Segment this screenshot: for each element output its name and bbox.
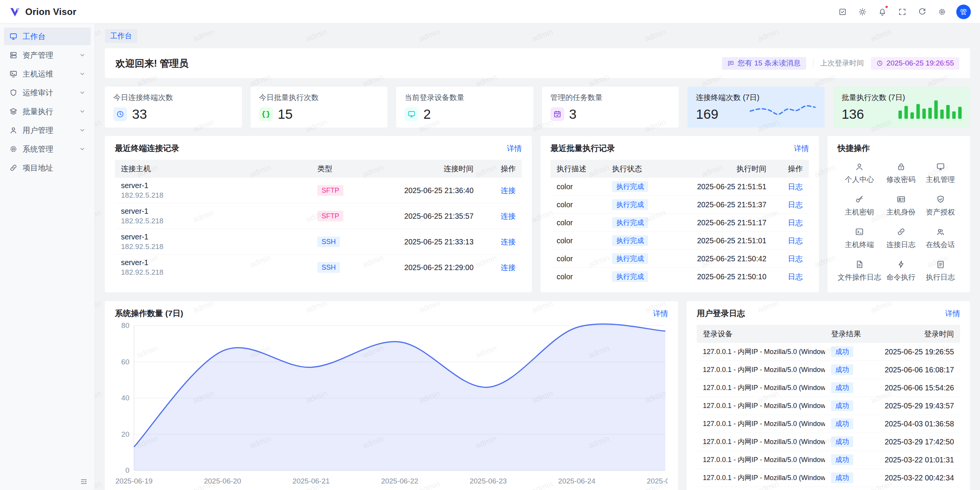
password-lock-icon bbox=[897, 162, 906, 171]
connect-link[interactable]: 连接 bbox=[501, 186, 516, 195]
quick-action-file-log[interactable]: 文件操作日志 bbox=[838, 260, 881, 282]
login-log-table: 登录设备 登录结果 登录时间 127.0.0.1 - 内网IP - Mozill… bbox=[697, 325, 960, 490]
svg-text:2025-06-22: 2025-06-22 bbox=[381, 477, 418, 485]
status-badge: 执行完成 bbox=[612, 181, 648, 192]
log-link[interactable]: 日志 bbox=[788, 272, 803, 281]
table-row: color 执行完成 2025-06-25 21:51:37 日志 bbox=[550, 196, 809, 214]
sidebar-item-project-link[interactable]: 项目地址 bbox=[4, 159, 91, 177]
batch-detail-link[interactable]: 详情 bbox=[794, 143, 809, 154]
stat-card-terminal-today: 今日连接终端次数 33 bbox=[105, 87, 242, 128]
quick-actions-title: 快捷操作 bbox=[838, 143, 870, 154]
sidebar-item-label: 工作台 bbox=[23, 31, 46, 42]
header-actions: 管 bbox=[835, 4, 971, 20]
table-row: color 执行完成 2025-06-25 21:51:17 日志 bbox=[550, 214, 809, 232]
breadcrumb-item-workbench[interactable]: 工作台 bbox=[105, 29, 137, 43]
page-title: 欢迎回来! 管理员 bbox=[116, 57, 188, 70]
quick-action-online-session[interactable]: 在线会话 bbox=[921, 227, 960, 250]
sidebar: 工作台 资产管理 主机运维 运维审计 批量执行 用户管理 系统管理 项目地址 bbox=[0, 24, 95, 490]
log-link[interactable]: 日志 bbox=[788, 182, 803, 191]
batch-card: 最近批量执行记录 详情 执行描述 执行状态 执行时间 操作 color 执行完成… bbox=[541, 136, 819, 292]
table-row: color 执行完成 2025-06-25 21:50:10 日志 bbox=[550, 268, 809, 286]
main-content: 工作台 欢迎回来! 管理员 您有 15 条未读消息 上次登录时间 2025-06… bbox=[95, 24, 980, 490]
log-link[interactable]: 日志 bbox=[788, 236, 803, 245]
quick-action-change-password[interactable]: 修改密码 bbox=[881, 162, 921, 185]
chevron-down-icon bbox=[79, 108, 85, 115]
quick-action-personal-center[interactable]: 个人中心 bbox=[838, 162, 881, 185]
app-title: Orion Visor bbox=[25, 7, 77, 17]
quick-action-host-identity[interactable]: 主机身份 bbox=[881, 195, 921, 217]
table-row: 127.0.0.1 - 内网IP - Mozilla/5.0 (Windows … bbox=[697, 469, 960, 487]
batch-7d-sparkline bbox=[898, 99, 962, 119]
ops-detail-link[interactable]: 详情 bbox=[653, 308, 668, 319]
sidebar-item-host-ops[interactable]: 主机运维 bbox=[4, 65, 91, 83]
quick-action-host-terminal[interactable]: 主机终端 bbox=[838, 227, 881, 250]
sidebar-item-label: 资产管理 bbox=[23, 50, 53, 61]
quick-action-command-exec[interactable]: 命令执行 bbox=[881, 260, 921, 282]
table-row: 127.0.0.1 - 内网IP - Mozilla/5.0 (Windows … bbox=[697, 343, 960, 361]
sidebar-collapse-icon[interactable] bbox=[80, 478, 88, 485]
sidebar-item-users[interactable]: 用户管理 bbox=[4, 121, 91, 139]
sidebar-item-audit[interactable]: 运维审计 bbox=[4, 84, 91, 102]
file-log-icon bbox=[855, 260, 864, 269]
sidebar-item-label: 系统管理 bbox=[23, 144, 53, 154]
divider bbox=[813, 59, 813, 68]
unread-messages-badge[interactable]: 您有 15 条未读消息 bbox=[722, 57, 806, 70]
log-link[interactable]: 日志 bbox=[788, 254, 803, 263]
svg-text:2025-06-23: 2025-06-23 bbox=[470, 477, 507, 485]
asset-grant-icon bbox=[936, 195, 945, 204]
theme-sun-icon[interactable] bbox=[854, 4, 871, 20]
sidebar-item-label: 批量执行 bbox=[23, 107, 53, 117]
audit-shield-icon bbox=[9, 88, 18, 97]
user-icon bbox=[855, 162, 864, 171]
notifications-bell-icon[interactable] bbox=[874, 4, 890, 20]
assets-icon bbox=[9, 51, 18, 59]
sidebar-item-workbench[interactable]: 工作台 bbox=[4, 28, 91, 45]
ops-area-chart: 0204060802025-06-192025-06-202025-06-212… bbox=[115, 321, 668, 490]
batch-table: 执行描述 执行状态 执行时间 操作 color 执行完成 2025-06-25 … bbox=[550, 160, 809, 285]
sidebar-footer bbox=[4, 473, 91, 490]
notification-dot bbox=[885, 5, 889, 9]
type-badge: SFTP bbox=[317, 185, 343, 196]
connections-detail-link[interactable]: 详情 bbox=[507, 143, 522, 154]
tasks-icon[interactable] bbox=[835, 4, 851, 20]
bottom-row: 系统操作数量 (7日) 详情 0204060802025-06-192025-0… bbox=[105, 301, 970, 490]
user-avatar[interactable]: 管 bbox=[956, 5, 971, 19]
connect-link[interactable]: 连接 bbox=[501, 212, 516, 220]
welcome-meta: 您有 15 条未读消息 上次登录时间 2025-06-25 19:26:55 bbox=[722, 57, 959, 70]
status-badge: 执行完成 bbox=[612, 253, 648, 264]
quick-action-host-manage[interactable]: 主机管理 bbox=[921, 162, 960, 185]
stat-card-devices: 当前登录设备数量 2 bbox=[396, 87, 533, 128]
sidebar-item-system[interactable]: 系统管理 bbox=[4, 140, 91, 158]
result-badge: 成功 bbox=[831, 346, 853, 357]
quick-action-host-key[interactable]: 主机密钥 bbox=[838, 195, 881, 217]
last-login-time-badge: 2025-06-25 19:26:55 bbox=[871, 57, 959, 70]
sidebar-item-assets[interactable]: 资产管理 bbox=[4, 46, 91, 64]
refresh-icon[interactable] bbox=[914, 4, 930, 20]
table-row: 127.0.0.1 - 内网IP - Mozilla/5.0 (Windows … bbox=[697, 487, 960, 490]
stat-card-terminal-7d: 连接终端次数 (7日) 169 bbox=[688, 87, 825, 128]
link-icon bbox=[9, 164, 18, 172]
quick-action-asset-grant[interactable]: 资产授权 bbox=[921, 195, 960, 217]
connect-link[interactable]: 连接 bbox=[501, 263, 516, 272]
monitor-icon bbox=[405, 107, 418, 121]
settings-gear-icon[interactable] bbox=[934, 4, 950, 20]
login-log-detail-link[interactable]: 详情 bbox=[945, 308, 960, 319]
connect-link[interactable]: 连接 bbox=[501, 238, 516, 246]
result-badge: 成功 bbox=[831, 472, 853, 483]
log-link[interactable]: 日志 bbox=[788, 218, 803, 227]
svg-text:40: 40 bbox=[121, 394, 129, 402]
chevron-down-icon bbox=[79, 146, 85, 152]
table-row: color 执行完成 2025-06-25 21:51:51 日志 bbox=[550, 178, 809, 196]
fullscreen-icon[interactable] bbox=[894, 4, 910, 20]
svg-text:2025-06-20: 2025-06-20 bbox=[204, 477, 241, 485]
users-icon bbox=[9, 126, 18, 134]
batch-layers-icon bbox=[9, 107, 18, 116]
quick-action-exec-log[interactable]: 执行日志 bbox=[921, 260, 960, 282]
connections-card: 最近终端连接记录 详情 连接主机 类型 连接时间 操作 server-1182.… bbox=[105, 136, 532, 292]
host-identity-icon bbox=[897, 195, 906, 204]
log-link[interactable]: 日志 bbox=[788, 200, 803, 209]
sidebar-item-batch[interactable]: 批量执行 bbox=[4, 103, 91, 120]
chevron-down-icon bbox=[79, 90, 85, 96]
quick-action-connection-log[interactable]: 连接日志 bbox=[881, 227, 921, 250]
chevron-down-icon bbox=[79, 127, 85, 133]
